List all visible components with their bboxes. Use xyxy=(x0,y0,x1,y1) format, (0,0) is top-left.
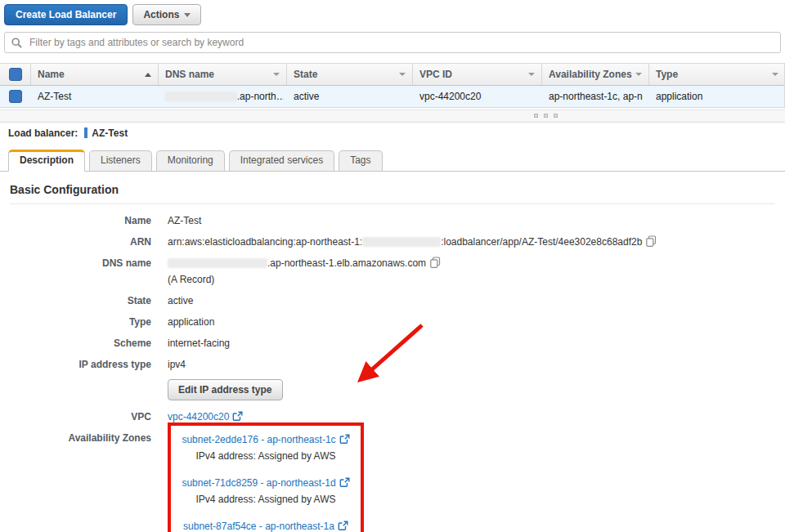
dns-name-partial: .ap-north… xyxy=(237,91,284,102)
select-all-checkbox[interactable] xyxy=(9,68,22,81)
field-state: State active xyxy=(10,294,775,308)
redacted-text xyxy=(165,92,237,101)
field-value: active xyxy=(168,294,193,308)
field-value: arn:aws:elasticloadbalancing:ap-northeas… xyxy=(168,235,657,249)
subnet-link[interactable]: subnet-87af54ce - ap-northeast-1a xyxy=(183,521,334,532)
field-arn: ARN arn:aws:elasticloadbalancing:ap-nort… xyxy=(10,235,775,249)
tab-listeners[interactable]: Listeners xyxy=(89,150,152,171)
field-label: Type xyxy=(10,315,168,329)
basic-configuration-fields: Name AZ-Test ARN arn:aws:elasticloadbala… xyxy=(10,214,775,532)
tab-tags[interactable]: Tags xyxy=(339,150,382,171)
filter-caret-icon[interactable] xyxy=(528,73,535,76)
table-row[interactable]: AZ-Test .ap-north… active vpc-44200c20 a… xyxy=(0,86,784,108)
vpc-link[interactable]: vpc-44200c20 xyxy=(168,411,229,422)
field-value: ipv4 xyxy=(168,358,186,372)
redacted-account-id xyxy=(362,237,441,247)
subnet-entry: subnet-71dc8259 - ap-northeast-1d IPv4 a… xyxy=(171,476,361,507)
filter-caret-icon[interactable] xyxy=(273,73,280,76)
external-link-icon[interactable] xyxy=(339,477,350,488)
filter-input[interactable] xyxy=(28,36,774,49)
sort-ascending-icon xyxy=(145,73,151,77)
arn-suffix: :loadbalancer/app/AZ-Test/4ee302e8c68adf… xyxy=(441,236,642,248)
load-balancer-name: AZ-Test xyxy=(38,91,71,102)
column-header-state[interactable]: State xyxy=(287,64,413,85)
dns-suffix: .ap-northeast-1.elb.amazonaws.com xyxy=(267,257,426,269)
field-scheme: Scheme internet-facing xyxy=(10,337,775,351)
load-balancer-table: Name DNS name State VPC ID Availability … xyxy=(0,63,785,108)
section-title: Basic Configuration xyxy=(10,182,775,204)
field-ip-address-type: IP address type ipv4 xyxy=(10,358,775,372)
elb-console-page: Create Load Balancer Actions Name DNS na… xyxy=(0,0,785,532)
availability-zones-value: ap-northeast-1c, ap-nor… xyxy=(549,91,643,102)
field-label: ARN xyxy=(10,235,168,249)
description-tab-content: Basic Configuration Name AZ-Test ARN arn… xyxy=(0,172,785,532)
field-value: application xyxy=(168,315,214,329)
title-value: AZ-Test xyxy=(92,127,128,139)
column-label: State xyxy=(294,69,317,80)
drag-handle-dots-icon xyxy=(534,114,558,118)
selection-bar-icon xyxy=(84,127,87,138)
field-name: Name AZ-Test xyxy=(10,214,775,228)
edit-ip-address-type-button[interactable]: Edit IP address type xyxy=(168,379,283,400)
subnet-entry: subnet-2edde176 - ap-northeast-1c IPv4 a… xyxy=(171,433,361,463)
column-header-availability-zones[interactable]: Availability Zones xyxy=(542,64,649,85)
field-type: Type application xyxy=(10,315,775,329)
arn-prefix: arn:aws:elasticloadbalancing:ap-northeas… xyxy=(168,236,362,248)
column-label: Name xyxy=(38,69,65,80)
filter-caret-icon[interactable] xyxy=(399,73,406,76)
field-label: State xyxy=(10,294,168,308)
toolbar: Create Load Balancer Actions xyxy=(0,0,785,25)
column-header-vpc-id[interactable]: VPC ID xyxy=(413,64,542,85)
subnet-link[interactable]: subnet-71dc8259 - ap-northeast-1d xyxy=(182,477,335,489)
dns-record-note: (A Record) xyxy=(168,273,441,287)
state-value: active xyxy=(294,91,319,102)
row-checkbox[interactable] xyxy=(9,90,22,103)
field-label: Name xyxy=(10,214,168,228)
select-all-cell xyxy=(0,64,31,85)
annotation-rectangle: subnet-2edde176 - ap-northeast-1c IPv4 a… xyxy=(168,422,364,532)
external-link-icon[interactable] xyxy=(232,411,243,422)
type-value: application xyxy=(656,91,702,102)
field-label: IP address type xyxy=(10,358,168,372)
copy-icon[interactable] xyxy=(429,257,441,268)
pane-resize-handle[interactable] xyxy=(0,110,785,123)
external-link-icon[interactable] xyxy=(338,521,348,531)
actions-button[interactable]: Actions xyxy=(132,4,201,25)
search-icon xyxy=(11,38,22,48)
title-label: Load balancer: xyxy=(8,127,78,139)
edit-ip-type-row: Edit IP address type xyxy=(168,379,775,400)
field-value: AZ-Test xyxy=(168,214,201,228)
row-dns-cell: .ap-north… xyxy=(159,86,287,107)
filter-bar[interactable] xyxy=(4,32,781,53)
column-header-type[interactable]: Type xyxy=(649,64,785,85)
field-vpc: VPC vpc-44200c20 xyxy=(10,410,775,424)
column-label: DNS name xyxy=(165,69,214,80)
filter-caret-icon[interactable] xyxy=(772,73,778,76)
row-type-cell: application xyxy=(649,86,785,107)
field-label: Availability Zones xyxy=(10,431,168,445)
subnet-link[interactable]: subnet-2edde176 - ap-northeast-1c xyxy=(182,434,335,445)
copy-icon[interactable] xyxy=(645,235,657,247)
actions-label: Actions xyxy=(143,9,179,20)
column-header-dns-name[interactable]: DNS name xyxy=(159,64,287,85)
vpc-id-value: vpc-44200c20 xyxy=(419,91,481,102)
tab-bar: Description Listeners Monitoring Integra… xyxy=(0,148,785,172)
row-vpc-cell: vpc-44200c20 xyxy=(413,86,542,107)
field-value: subnet-2edde176 - ap-northeast-1c IPv4 a… xyxy=(168,431,364,532)
filter-caret-icon[interactable] xyxy=(635,73,642,76)
tab-monitoring[interactable]: Monitoring xyxy=(156,150,225,171)
field-value: internet-facing xyxy=(168,337,230,351)
field-dns-name: DNS name .ap-northeast-1.elb.amazonaws.c… xyxy=(10,257,775,287)
tab-description[interactable]: Description xyxy=(8,150,85,172)
field-label: Scheme xyxy=(10,337,168,351)
tab-integrated-services[interactable]: Integrated services xyxy=(229,150,334,171)
create-load-balancer-button[interactable]: Create Load Balancer xyxy=(4,4,128,25)
redacted-dns-prefix xyxy=(168,258,267,268)
column-header-name[interactable]: Name xyxy=(31,64,159,85)
chevron-down-icon xyxy=(184,13,191,17)
table-header-row: Name DNS name State VPC ID Availability … xyxy=(0,63,784,86)
field-availability-zones: Availability Zones subnet-2edde176 - ap-… xyxy=(10,431,775,532)
column-label: Availability Zones xyxy=(549,69,632,80)
external-link-icon[interactable] xyxy=(339,434,350,445)
row-az-cell: ap-northeast-1c, ap-nor… xyxy=(542,86,649,107)
